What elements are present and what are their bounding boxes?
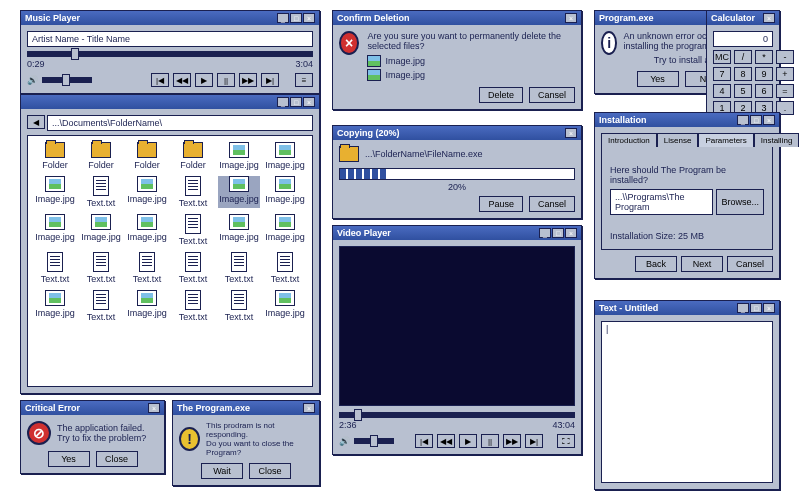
file-item[interactable]: Text.txt bbox=[34, 252, 76, 284]
play-button[interactable]: ▶ bbox=[459, 434, 477, 448]
file-item[interactable]: Image.jpg bbox=[34, 214, 76, 246]
maximize-button[interactable]: □ bbox=[290, 97, 302, 107]
text-area[interactable]: | bbox=[601, 321, 773, 483]
file-item[interactable]: Text.txt bbox=[172, 176, 214, 208]
file-item[interactable]: Image.jpg bbox=[126, 214, 168, 246]
minimize-button[interactable]: _ bbox=[737, 115, 749, 125]
titlebar[interactable]: _□× bbox=[21, 95, 319, 109]
file-item[interactable]: Image.jpg bbox=[126, 176, 168, 208]
seek-slider[interactable] bbox=[339, 412, 575, 418]
calc-key-6[interactable]: 6 bbox=[755, 84, 773, 98]
file-item[interactable]: Image.jpg bbox=[126, 290, 168, 322]
minimize-button[interactable]: _ bbox=[277, 13, 289, 23]
next-button[interactable]: ▶| bbox=[261, 73, 279, 87]
close-btn[interactable]: Close bbox=[249, 463, 291, 479]
file-item[interactable]: Folder bbox=[172, 142, 214, 170]
cancel-button[interactable]: Cansel bbox=[529, 87, 575, 103]
calc-key-+[interactable]: + bbox=[776, 67, 794, 81]
file-item[interactable]: Image.jpg bbox=[80, 214, 122, 246]
titlebar[interactable]: Confirm Deletion× bbox=[333, 11, 581, 25]
calc-key-=[interactable]: = bbox=[776, 84, 794, 98]
yes-button[interactable]: Yes bbox=[48, 451, 90, 467]
seek-slider[interactable] bbox=[27, 51, 313, 57]
file-item[interactable]: Image.jpg bbox=[218, 142, 260, 170]
file-item[interactable]: Text.txt bbox=[172, 290, 214, 322]
prev-button[interactable]: |◀ bbox=[415, 434, 433, 448]
file-item[interactable]: Text.txt bbox=[126, 252, 168, 284]
titlebar[interactable]: Copying (20%)× bbox=[333, 126, 581, 140]
file-item[interactable]: Text.txt bbox=[80, 290, 122, 322]
titlebar[interactable]: Music Player_□× bbox=[21, 11, 319, 25]
close-btn[interactable]: Close bbox=[96, 451, 138, 467]
file-item[interactable]: Folder bbox=[80, 142, 122, 170]
rewind-button[interactable]: ◀◀ bbox=[173, 73, 191, 87]
calc-key-4[interactable]: 4 bbox=[713, 84, 731, 98]
file-item[interactable]: Image.jpg bbox=[264, 214, 306, 246]
maximize-button[interactable]: □ bbox=[750, 115, 762, 125]
titlebar[interactable]: Calculator× bbox=[707, 11, 779, 25]
titlebar[interactable]: Video Player_□× bbox=[333, 226, 581, 240]
close-button[interactable]: × bbox=[148, 403, 160, 413]
playlist-button[interactable]: ≡ bbox=[295, 73, 313, 87]
play-button[interactable]: ▶ bbox=[195, 73, 213, 87]
close-button[interactable]: × bbox=[303, 13, 315, 23]
file-item[interactable]: Image.jpg bbox=[218, 176, 260, 208]
close-button[interactable]: × bbox=[565, 228, 577, 238]
tab-introduction[interactable]: Introduction bbox=[601, 133, 657, 147]
titlebar[interactable]: Critical Error× bbox=[21, 401, 164, 415]
file-item[interactable]: Image.jpg bbox=[218, 214, 260, 246]
calc-key-/[interactable]: / bbox=[734, 50, 752, 64]
file-item[interactable]: Text.txt bbox=[218, 252, 260, 284]
browse-button[interactable]: Browse... bbox=[716, 189, 764, 215]
volume-slider[interactable] bbox=[42, 77, 92, 83]
file-item[interactable]: Folder bbox=[34, 142, 76, 170]
minimize-button[interactable]: _ bbox=[539, 228, 551, 238]
file-item[interactable]: Text.txt bbox=[218, 290, 260, 322]
file-item[interactable]: Text.txt bbox=[172, 214, 214, 246]
file-item[interactable]: Folder bbox=[126, 142, 168, 170]
maximize-button[interactable]: □ bbox=[750, 303, 762, 313]
cancel-button[interactable]: Cansel bbox=[727, 256, 773, 272]
calc-key-5[interactable]: 5 bbox=[734, 84, 752, 98]
back-button[interactable]: ◀ bbox=[27, 115, 45, 129]
file-item[interactable]: Text.txt bbox=[80, 252, 122, 284]
next-button[interactable]: ▶| bbox=[525, 434, 543, 448]
maximize-button[interactable]: □ bbox=[290, 13, 302, 23]
pause-button[interactable]: || bbox=[481, 434, 499, 448]
tab-parameters[interactable]: Parameters bbox=[698, 133, 753, 147]
close-button[interactable]: × bbox=[565, 128, 577, 138]
rewind-button[interactable]: ◀◀ bbox=[437, 434, 455, 448]
tab-lisense[interactable]: Lisense bbox=[657, 133, 699, 147]
prev-button[interactable]: |◀ bbox=[151, 73, 169, 87]
pause-button[interactable]: || bbox=[217, 73, 235, 87]
titlebar[interactable]: The Program.exe× bbox=[173, 401, 319, 415]
calc-key-8[interactable]: 8 bbox=[734, 67, 752, 81]
calc-key-9[interactable]: 9 bbox=[755, 67, 773, 81]
minimize-button[interactable]: _ bbox=[737, 303, 749, 313]
close-button[interactable]: × bbox=[303, 97, 315, 107]
file-item[interactable]: Image.jpg bbox=[34, 176, 76, 208]
titlebar[interactable]: Installation_□× bbox=[595, 113, 779, 127]
file-item[interactable]: Text.txt bbox=[172, 252, 214, 284]
calc-key-7[interactable]: 7 bbox=[713, 67, 731, 81]
next-button[interactable]: Next bbox=[681, 256, 723, 272]
cancel-button[interactable]: Cansel bbox=[529, 196, 575, 212]
file-item[interactable]: Image.jpg bbox=[264, 176, 306, 208]
tab-installing[interactable]: Installing bbox=[754, 133, 800, 147]
file-item[interactable]: Image.jpg bbox=[264, 142, 306, 170]
wait-button[interactable]: Wait bbox=[201, 463, 243, 479]
yes-button[interactable]: Yes bbox=[637, 71, 679, 87]
close-button[interactable]: × bbox=[303, 403, 315, 413]
delete-button[interactable]: Delete bbox=[479, 87, 523, 103]
minimize-button[interactable]: _ bbox=[277, 97, 289, 107]
calc-key--[interactable]: - bbox=[776, 50, 794, 64]
forward-button[interactable]: ▶▶ bbox=[503, 434, 521, 448]
maximize-button[interactable]: □ bbox=[552, 228, 564, 238]
close-button[interactable]: × bbox=[763, 13, 775, 23]
titlebar[interactable]: Text - Untitled_□× bbox=[595, 301, 779, 315]
close-button[interactable]: × bbox=[763, 303, 775, 313]
close-button[interactable]: × bbox=[763, 115, 775, 125]
calc-key-*[interactable]: * bbox=[755, 50, 773, 64]
address-bar[interactable]: ...\Documents\FolderName\ bbox=[47, 115, 313, 131]
calc-key-MC[interactable]: MC bbox=[713, 50, 731, 64]
